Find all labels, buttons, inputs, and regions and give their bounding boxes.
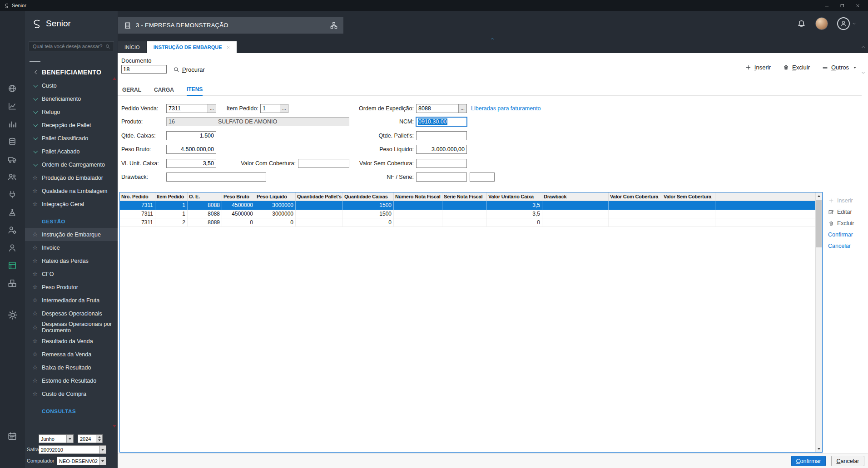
ordem-expedicao-input[interactable] <box>417 104 458 113</box>
subtab-carga[interactable]: CARGA <box>154 87 174 95</box>
column-header-quantidade-pallet-s[interactable]: Quantidade Pallet's <box>296 192 343 201</box>
sidebar-item-resultado-da-venda[interactable]: ☆Resultado da Venda <box>25 335 118 348</box>
column-header-peso-bruto[interactable]: Peso Bruto <box>222 192 255 201</box>
maximize-button[interactable] <box>835 1 849 10</box>
valor-com-cobertura-input[interactable] <box>298 159 349 168</box>
table-row[interactable]: 7311280890000 <box>120 218 815 227</box>
valor-sem-cobertura-input[interactable] <box>416 159 467 168</box>
close-button[interactable] <box>851 1 864 10</box>
column-header-item-pedido[interactable]: Item Pedido <box>155 192 188 201</box>
lookup-ellipsis-icon[interactable] <box>458 104 466 113</box>
ncm-input[interactable]: 0910.30.00 <box>416 117 467 126</box>
qtde-caixas-input[interactable] <box>166 131 216 140</box>
sidebar-item-pallet-classificado[interactable]: Pallet Classificado <box>25 132 118 145</box>
sidebar-item-qualidade-na-embalagem[interactable]: ☆Qualidade na Embalagem <box>25 184 118 197</box>
sidebar-item-recepcao-de-pallet[interactable]: Recepção de Pallet <box>25 118 118 132</box>
sidebar-item-pallet-acabado[interactable]: Pallet Acabado <box>25 145 118 158</box>
user-avatar[interactable] <box>815 17 828 30</box>
lookup-ellipsis-icon[interactable] <box>280 104 288 113</box>
trend-chart-icon[interactable] <box>7 101 17 111</box>
sidebar-item-producao-do-embalador[interactable]: ☆Produção do Embalador <box>25 171 118 184</box>
sidebar-item-estorno-de-resultado[interactable]: ☆Estorno de Resultado <box>25 374 118 387</box>
dropdown-arrow-icon[interactable] <box>66 435 73 443</box>
excluir-action[interactable]: Excluir <box>828 219 868 227</box>
gear-icon[interactable] <box>7 309 19 321</box>
item-pedido-input[interactable] <box>261 104 280 113</box>
sidebar-item-despesas-operacionais-por-documento[interactable]: ☆Despesas Operacionais por Documento <box>25 320 118 335</box>
sidebar-item-rateio-das-perdas[interactable]: ☆Rateio das Perdas <box>25 254 118 267</box>
boxes-icon[interactable] <box>7 278 17 288</box>
column-header-drawback[interactable]: Drawback <box>542 192 609 201</box>
sidebar-item-cfo[interactable]: ☆CFO <box>25 267 118 281</box>
inserir-button[interactable]: Inserir <box>745 64 771 71</box>
editar-action[interactable]: Editar <box>828 208 868 216</box>
qtde-pallets-input[interactable] <box>416 131 467 140</box>
coins-icon[interactable] <box>7 137 17 147</box>
dropdown-arrow-icon[interactable] <box>99 446 106 453</box>
tab-inicio[interactable]: INÍCIO <box>118 41 146 53</box>
sidebar-item-despesas-operacionais[interactable]: ☆Despesas Operacionais <box>25 307 118 320</box>
column-header-quantidade-caixas[interactable]: Quantidade Caixas <box>343 192 394 201</box>
people-icon[interactable] <box>7 172 17 182</box>
outros-button[interactable]: Outros <box>822 64 856 71</box>
search-input[interactable] <box>32 43 105 49</box>
subtab-geral[interactable]: GERAL <box>122 87 141 95</box>
column-header-serie-nota-fiscal[interactable]: Serie Nota Fiscal <box>442 192 487 201</box>
sidebar-item-baixa-de-resultado[interactable]: ☆Baixa de Resultado <box>25 361 118 374</box>
column-header-valor-sem-cobertura[interactable]: Valor Sem Cobertura <box>662 192 715 201</box>
notifications-bell-icon[interactable] <box>797 19 806 29</box>
pedido-venda-input[interactable] <box>167 104 208 113</box>
search-icon[interactable] <box>105 44 111 49</box>
plug-icon[interactable] <box>7 190 17 200</box>
dropdown-arrow-icon[interactable] <box>99 457 106 465</box>
user-menu[interactable] <box>837 17 856 30</box>
sidebar-item-peso-produtor[interactable]: ☆Peso Produtor <box>25 281 118 294</box>
user-icon[interactable] <box>7 243 17 253</box>
module-header[interactable]: BENEFICIAMENTO <box>25 66 118 78</box>
peso-bruto-input[interactable] <box>166 145 216 154</box>
cancelar-button[interactable]: Cancelar <box>831 456 864 466</box>
column-header-valor-unitario-caixa[interactable]: Valor Unitário Caixa <box>487 192 542 201</box>
scroll-up-button[interactable] <box>816 192 822 199</box>
sidebar-item-custo[interactable]: Custo <box>25 79 118 92</box>
safra-select[interactable]: 20092010 <box>39 445 106 454</box>
sidebar-item-intermediador-da-fruta[interactable]: ☆Intermediador da Fruta <box>25 294 118 307</box>
excluir-button[interactable]: Excluir <box>783 64 810 71</box>
procurar-button[interactable]: Procurar <box>173 65 205 74</box>
confirmar-button[interactable]: Confirmar <box>791 456 826 466</box>
column-header-o-e[interactable]: O. E. <box>188 192 222 201</box>
sidebar-item-custo-de-compra[interactable]: ☆Custo de Compra <box>25 387 118 400</box>
calendar-icon[interactable] <box>7 431 17 441</box>
chevron-down-icon[interactable] <box>861 70 866 75</box>
column-header-numero-nota-fiscal[interactable]: Número Nota Fiscal <box>394 192 442 201</box>
column-header-nro-pedido[interactable]: Nro. Pedido <box>120 192 155 201</box>
hierarchy-icon[interactable] <box>330 21 338 30</box>
year-spinner[interactable]: 2024 <box>78 434 103 443</box>
chevron-left-icon[interactable] <box>33 69 39 75</box>
table-row[interactable]: 7311180884500000300000015003,5 <box>120 210 815 218</box>
sidebar-item-remessa-da-venda[interactable]: ☆Remessa da Venda <box>25 348 118 361</box>
sidebar-search[interactable] <box>29 41 114 51</box>
documento-input[interactable] <box>121 65 167 74</box>
confirmar-action[interactable]: Confirmar <box>828 231 868 239</box>
user-gear-icon[interactable] <box>7 225 17 235</box>
vl-unit-caixa-input[interactable] <box>166 159 216 168</box>
close-icon[interactable] <box>226 45 230 49</box>
flask-icon[interactable] <box>7 207 17 217</box>
sidebar-item-integracao-geral[interactable]: ☆Integração Geral <box>25 197 118 211</box>
chevron-up-icon[interactable] <box>861 44 866 49</box>
nf-input[interactable] <box>416 172 467 182</box>
sidebar-item-beneficiamento[interactable]: Beneficiamento <box>25 92 118 105</box>
month-select[interactable]: Junho <box>39 434 74 443</box>
spinner-arrows-icon[interactable] <box>96 435 102 443</box>
sidebar-item-ordem-de-carregamento[interactable]: Ordem de Carregamento <box>25 158 118 171</box>
minimize-button[interactable] <box>820 1 833 10</box>
subtab-itens[interactable]: ITENS <box>187 86 203 96</box>
bar-chart-icon[interactable] <box>7 119 17 129</box>
module-card-icon[interactable] <box>7 261 17 271</box>
column-header-peso-liquido[interactable]: Peso Liquido <box>255 192 296 201</box>
scrollbar-thumb[interactable] <box>816 200 822 247</box>
tab-instrucao-de-embarque[interactable]: INSTRUÇÃO DE EMBARQUE <box>147 41 237 53</box>
peso-liquido-input[interactable] <box>416 145 467 154</box>
sidebar-item-instrucao-de-embarque[interactable]: ☆Instrução de Embarque <box>25 228 118 241</box>
